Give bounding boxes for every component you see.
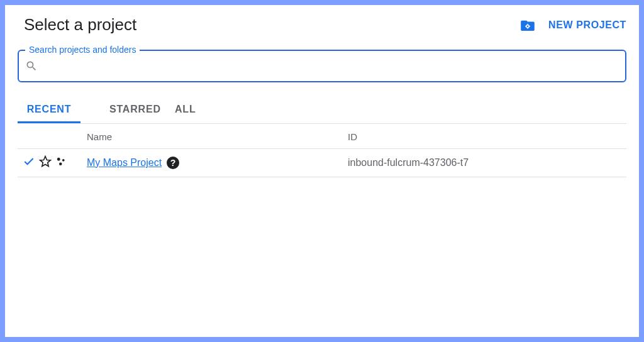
- table-header: Name ID: [18, 124, 626, 149]
- header-actions: NEW PROJECT: [521, 19, 626, 31]
- svg-marker-6: [40, 157, 51, 167]
- svg-point-8: [62, 159, 65, 162]
- help-icon[interactable]: ?: [167, 157, 179, 169]
- svg-point-1: [527, 25, 529, 27]
- star-icon[interactable]: [39, 155, 52, 170]
- new-project-button[interactable]: NEW PROJECT: [548, 19, 626, 31]
- column-id: ID: [348, 131, 626, 142]
- row-icons: [18, 155, 87, 170]
- dialog-header: Select a project NEW PROJECT: [18, 15, 626, 35]
- svg-point-9: [59, 163, 62, 166]
- project-name-link[interactable]: My Maps Project: [87, 157, 162, 168]
- tab-recent[interactable]: RECENT: [18, 97, 80, 123]
- svg-rect-3: [527, 28, 528, 28]
- svg-point-7: [57, 158, 60, 161]
- column-name: Name: [87, 131, 348, 142]
- row-id-cell: inbound-fulcrum-437306-t7: [348, 157, 626, 168]
- search-label: Search projects and folders: [25, 45, 140, 55]
- tab-starred[interactable]: STARRED: [80, 97, 169, 123]
- row-name-cell: My Maps Project ?: [87, 157, 348, 169]
- search-field-wrapper[interactable]: Search projects and folders: [18, 50, 626, 82]
- project-type-icon: [55, 156, 67, 170]
- tabs: RECENT STARRED ALL: [18, 97, 626, 124]
- select-project-dialog: Select a project NEW PROJECT Searc: [5, 5, 639, 337]
- svg-rect-2: [527, 23, 528, 24]
- manage-folders-icon[interactable]: [521, 19, 535, 31]
- tab-all[interactable]: ALL: [169, 97, 257, 123]
- svg-rect-5: [530, 26, 530, 26]
- search-icon: [25, 60, 38, 72]
- dialog-title: Select a project: [18, 15, 136, 35]
- search-input[interactable]: [40, 51, 619, 81]
- table-row[interactable]: My Maps Project ? inbound-fulcrum-437306…: [18, 149, 626, 177]
- svg-rect-4: [525, 26, 526, 26]
- selected-check-icon: [23, 155, 35, 170]
